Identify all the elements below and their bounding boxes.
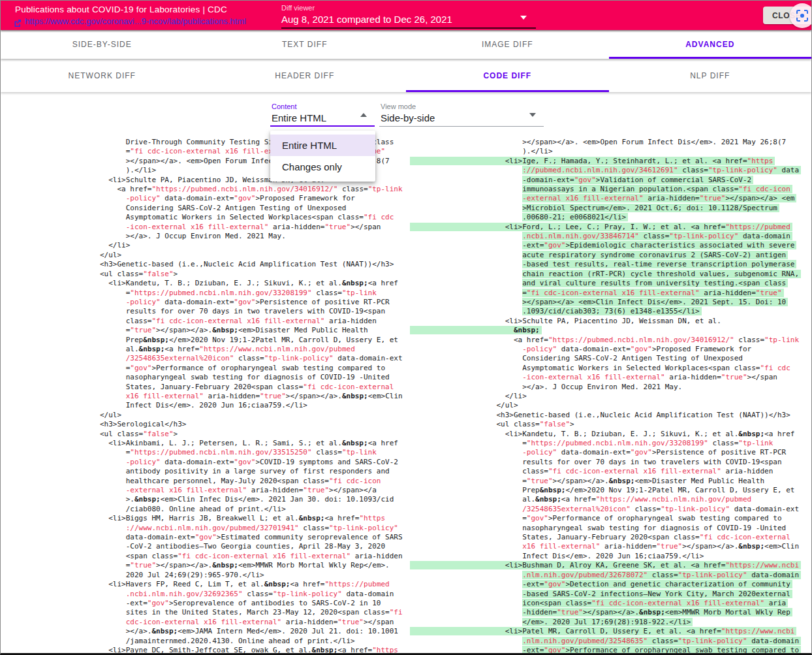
code-line: class="fi cdc-icon-external x16 fill-ext… bbox=[410, 467, 801, 476]
code-line: -policy" data-domain-ext="gov">Persisten… bbox=[100, 298, 403, 307]
code-line: al.&nbsp;<a href="https://www.ncbi.nlm.n… bbox=[100, 345, 403, 354]
chevron-down-icon bbox=[529, 113, 536, 117]
code-line: .nlm.nih.gov/pubmed/32678072" class="tp-… bbox=[410, 571, 801, 580]
code-line: <li>Patel MR, Carroll D, Ussery E, et al… bbox=[410, 627, 801, 636]
code-line: Prep&nbsp;</em>2020 Nov 19;1-2Patel MR, … bbox=[410, 486, 801, 495]
tab-code-diff[interactable]: CODE DIFF bbox=[406, 59, 609, 92]
added-highlight: .00680-21; e0068021</li> bbox=[522, 213, 628, 221]
code-line: ).</li> bbox=[410, 147, 801, 156]
code-line: icon<span class="fi cdc-icon-external x1… bbox=[410, 599, 801, 608]
code-line: <span class="fi cdc-icon-external x16 fi… bbox=[100, 552, 403, 561]
code-line: -ext="gov">Seroprevalence of antibodies … bbox=[100, 599, 403, 608]
diff-viewer-window: Publications about COVID-19 for Laborato… bbox=[0, 0, 812, 655]
code-line: /ciab080. Online ahead of print.</li> bbox=[100, 505, 403, 514]
code-line: ></span></a>. <em>Open Forum Infect Dis<… bbox=[410, 138, 801, 147]
added-highlight: .nlm.nih.gov/pubmed/32548635" class="tp-… bbox=[522, 637, 801, 645]
code-line: -hidden="true"></span></a>.&nbsp;<em>MMW… bbox=[410, 608, 801, 617]
code-line: ></span></a> <em>Clin Infect Dis</em>. 2… bbox=[410, 298, 801, 307]
code-line: </em>. 2020 Jul 17;69(28):918-922.</li> bbox=[410, 618, 801, 627]
external-link-icon bbox=[14, 18, 22, 25]
page-url-link[interactable]: https://www.cdc.gov/coronavi...9-ncov/la… bbox=[25, 16, 246, 26]
header-bar: Publications about COVID-19 for Laborato… bbox=[1, 1, 811, 30]
code-line: -CoV-2 antibodies–Two Georgia counties, … bbox=[100, 542, 403, 551]
code-line: <a href="https://pubmed.ncbi.nlm.nih.gov… bbox=[410, 336, 801, 345]
code-line: class="fi cdc-icon-external x16 fill-ext… bbox=[100, 317, 403, 326]
menu-option-changes-only[interactable]: Changes only bbox=[270, 156, 375, 178]
code-line: -ext="gov">Performance of oropharyngeal … bbox=[410, 646, 801, 655]
code-line: States, January-February 2020<span class… bbox=[410, 533, 801, 542]
code-line: sites in the United States, March 23-May… bbox=[100, 608, 403, 617]
snapshot-date-select[interactable]: Diff viewer Aug 8, 2021 compared to Dec … bbox=[281, 4, 536, 29]
code-line: ="fi cdc-icon-external x16 fill-external… bbox=[410, 289, 801, 298]
code-line: ://pubmed.ncbi.nlm.nih.gov/34612691" cla… bbox=[410, 166, 801, 175]
date-range-value: Aug 8, 2021 compared to Dec 26, 2021 bbox=[281, 14, 536, 25]
code-line: .nlm.nih.gov/pubmed/32548635" class="tp-… bbox=[410, 637, 801, 646]
code-line: healthcare personnel, May-July 2020<span… bbox=[100, 477, 403, 486]
code-line: </li> bbox=[100, 241, 403, 250]
code-line: -policy" data-domain-ext="gov">Proposed … bbox=[100, 194, 403, 203]
code-line: -external x16 fill-external" aria-hidden… bbox=[410, 194, 801, 203]
added-highlight: acute respiratory syndrome coronavirus 2… bbox=[522, 251, 788, 259]
added-highlight: icon<span class="fi cdc-icon-external x1… bbox=[522, 599, 788, 607]
code-line: Considering SARS-CoV-2 Antigen Testing o… bbox=[410, 354, 801, 363]
code-line: .ncbi.nlm.nih.gov/32692365" class="tp-li… bbox=[100, 590, 403, 599]
code-line: x16 fill-external" aria-hidden="true"></… bbox=[410, 542, 801, 551]
code-line: <a href="https://pubmed.ncbi.nlm.nih.gov… bbox=[100, 185, 403, 194]
code-line: ="true"></span></a>.&nbsp;<em>Disaster M… bbox=[100, 326, 403, 335]
code-line: acute respiratory syndrome coronavirus 2… bbox=[410, 251, 801, 260]
extension-badge[interactable] bbox=[790, 3, 812, 28]
code-line: ="gov">Performance of oropharyngeal swab… bbox=[100, 364, 403, 373]
tab-header-diff[interactable]: HEADER DIFF bbox=[204, 59, 407, 92]
code-line: nasopharyngeal swab testing for diagnosi… bbox=[100, 373, 403, 382]
code-pane-left: Drive-Through Community Testing Site for… bbox=[100, 138, 403, 655]
code-line: ></a>. J Occup Environ Med. 2021 May. bbox=[410, 383, 801, 392]
added-highlight: .nlm.nih.gov/pubmed/32678072" class="tp-… bbox=[522, 571, 801, 579]
added-highlight: .1093/cid/ciab303; 73(6) e1348-e1355</li… bbox=[522, 307, 702, 315]
code-line: 2020 Jul 24;69(29):965-970.</li> bbox=[100, 571, 403, 580]
code-line: States, January-February 2020<span class… bbox=[100, 383, 403, 392]
tab-advanced[interactable]: ADVANCED bbox=[609, 30, 812, 59]
code-line: ></a>.&nbsp;<em>JAMA Intern Med</em>. 20… bbox=[100, 627, 403, 636]
code-line: nasopharyngeal swab testing for diagnosi… bbox=[410, 524, 801, 533]
menu-option-entire-html[interactable]: Entire HTML bbox=[270, 135, 375, 156]
tab-image-diff[interactable]: IMAGE DIFF bbox=[406, 30, 609, 59]
code-line: -based SARS-CoV-2 infections–New York Ci… bbox=[410, 590, 801, 599]
added-highlight: -domain-ext="gov">Validation of commerci… bbox=[522, 176, 753, 184]
primary-tab-bar: SIDE-BY-SIDE TEXT DIFF IMAGE DIFF ADVANC… bbox=[1, 30, 811, 59]
code-line: and viral culture results from universit… bbox=[410, 279, 801, 288]
added-highlight: -ext="gov">Epidemiologic characteristics… bbox=[522, 241, 796, 249]
code-line: /32548635external%20icon" class="tp-link… bbox=[100, 354, 403, 363]
code-line: <li>Kandetu, T. B.; Dziuban, E. J.; Siku… bbox=[100, 279, 403, 288]
code-line: .1093/cid/ciab303; 73(6) e1348-e1355</li… bbox=[410, 307, 801, 316]
code-line: -based test results, real-time reverse t… bbox=[410, 260, 801, 269]
code-line: <li>Akinbami, L. J.; Petersen, L. R.; Sa… bbox=[100, 439, 403, 448]
content-select[interactable]: Content Entire HTML bbox=[270, 101, 375, 127]
added-highlight: &nbsp; bbox=[410, 326, 542, 334]
code-line: results for over 70 days in two traveler… bbox=[100, 307, 403, 316]
diff-viewer-label: Diff viewer bbox=[281, 4, 536, 12]
content-select-label: Content bbox=[270, 101, 375, 110]
code-line: <li>Schulte PA, Piacentino JD, Weissman … bbox=[410, 317, 801, 326]
chevron-up-icon bbox=[360, 113, 367, 117]
secondary-tab-bar: NETWORK DIFF HEADER DIFF CODE DIFF NLP D… bbox=[1, 59, 811, 92]
added-highlight: <li>Ford, L.; Lee, C.; Pray, I. W.; et a… bbox=[410, 223, 792, 231]
code-line: ></a>. J Occup Environ Med. 2021 May. bbox=[100, 232, 403, 241]
code-line: chain reaction (rRT-PCR) cycle threshold… bbox=[410, 270, 801, 279]
tab-nlp-diff[interactable]: NLP DIFF bbox=[609, 59, 812, 92]
code-line: -ext="gov">Epidemiologic characteristics… bbox=[410, 241, 801, 250]
content-select-menu: Entire HTML Changes only bbox=[270, 131, 375, 182]
tab-text-diff[interactable]: TEXT DIFF bbox=[204, 30, 407, 59]
code-line: -domain-ext="gov">Validation of commerci… bbox=[410, 176, 801, 185]
code-line: cdc-icon-external x16 fill-external" ari… bbox=[100, 618, 403, 627]
code-line: /32548635external%20icon" class="tp-link… bbox=[410, 505, 801, 514]
tab-side-by-side[interactable]: SIDE-BY-SIDE bbox=[1, 30, 204, 59]
code-line: immunoassays in a Nigerian population.<s… bbox=[410, 185, 801, 194]
code-line: /jamainternmed.2020.4130. Online ahead o… bbox=[100, 637, 403, 646]
code-line: <li>Bushman D, Alroy KA, Greene SK, et a… bbox=[410, 561, 801, 570]
added-highlight: >Microbiol Spectrum</em>. 2021 Oct.6; do… bbox=[522, 204, 779, 212]
focus-target-icon bbox=[796, 10, 808, 22]
tab-network-diff[interactable]: NETWORK DIFF bbox=[1, 59, 204, 92]
code-line: </ul> bbox=[410, 401, 801, 410]
view-mode-select[interactable]: View mode Side-by-side bbox=[379, 101, 544, 127]
added-highlight: immunoassays in a Nigerian population.<s… bbox=[522, 185, 792, 193]
